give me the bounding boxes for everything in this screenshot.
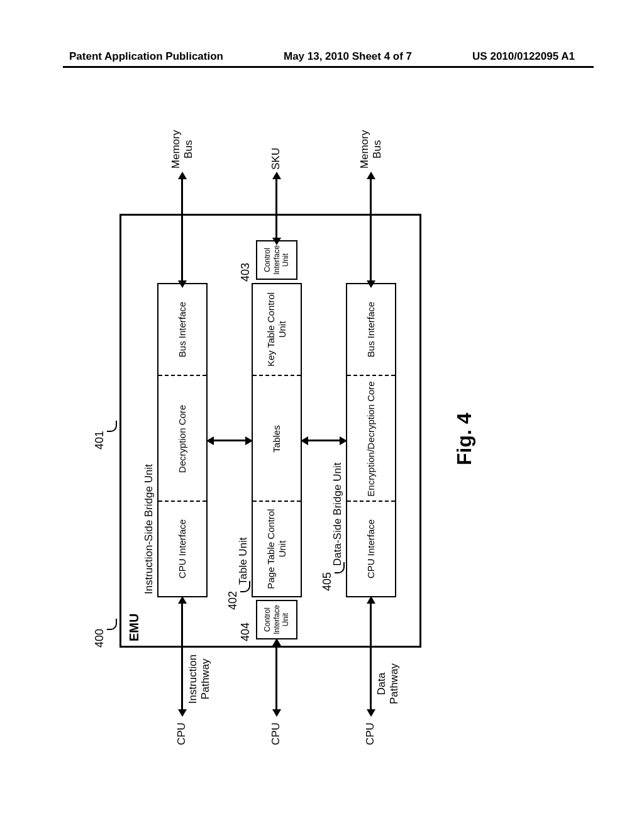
arrow-membus-top-l: [178, 280, 187, 288]
emu-label: EMU: [127, 614, 142, 641]
table-unit: Page Table Control Unit Tables Key Table…: [252, 283, 302, 597]
arrow-cpu-mid-r: [272, 638, 281, 646]
arrow-sku-l: [272, 238, 281, 245]
arrow-membus-bot: [370, 175, 372, 282]
cpu-label-1: CPU: [175, 722, 188, 745]
key-table-control-unit: Key Table Control Unit: [253, 284, 301, 375]
diagram: EMU 400 CPU Interface Decryption Core Bu…: [82, 126, 509, 742]
diagram-rotated-container: EMU 400 CPU Interface Decryption Core Bu…: [0, 220, 604, 648]
instruction-pathway-label: Instruction Pathway: [187, 651, 213, 707]
control-interface-unit-left: Control Interface Unit: [256, 600, 297, 639]
isbu-title: Instruction-Side Bridge Unit: [143, 464, 155, 594]
dsbu-div1: [347, 501, 395, 502]
header-right: US 2010/0122095 A1: [472, 50, 575, 63]
isbu-div1: [158, 501, 206, 502]
arrow-instr-l: [178, 709, 187, 717]
tu-div2: [253, 375, 301, 376]
arrow-v1: [211, 440, 248, 441]
header-rule: [63, 66, 594, 68]
arrow-membus-top-r: [178, 172, 187, 179]
dsbu-div2: [347, 375, 395, 376]
ref-400: 400: [93, 629, 106, 648]
arrow-v1-d: [245, 436, 253, 445]
ref-404: 404: [239, 622, 252, 641]
dsbu-cpu-interface: CPU Interface: [347, 502, 395, 596]
ref-402: 402: [226, 591, 240, 610]
ref-401: 401: [93, 431, 106, 450]
isbu-div2: [158, 375, 206, 376]
dsbu-bus-interface: Bus Interface: [347, 284, 395, 375]
arrow-sku: [275, 175, 277, 239]
ref-400-curve: [107, 619, 117, 630]
ciu-left-label: Control Interface Unit: [257, 601, 296, 638]
arrow-data-r: [367, 596, 375, 604]
sku-label: SKU: [270, 148, 282, 170]
data-side-bridge-unit: CPU Interface Encryption/Decryption Core…: [346, 283, 396, 597]
arrow-cpu-mid: [275, 641, 277, 711]
ref-403: 403: [239, 263, 252, 282]
control-interface-unit-right: Control Interface Unit: [256, 240, 297, 280]
isbu-cpu-interface: CPU Interface: [158, 502, 206, 596]
arrow-membus-bot-l: [367, 280, 375, 288]
ciu-right-label: Control Interface Unit: [257, 241, 296, 279]
memory-bus-label-2: Memory Bus: [358, 129, 384, 170]
arrow-v2-d: [340, 436, 347, 445]
memory-bus-label-1: Memory Bus: [170, 129, 196, 170]
arrow-membus-top: [181, 175, 183, 282]
arrow-data: [370, 599, 372, 711]
table-unit-title: Table Unit: [237, 537, 250, 585]
isbu-decryption-core: Decryption Core: [158, 377, 206, 501]
figure-label: Fig. 4: [453, 412, 476, 465]
header-left: Patent Application Publication: [69, 50, 223, 63]
arrow-sku-r: [272, 172, 281, 179]
isbu-bus-interface: Bus Interface: [158, 284, 206, 375]
arrow-data-l: [367, 709, 375, 717]
page-table-control-unit: Page Table Control Unit: [253, 502, 301, 596]
instruction-side-bridge-unit: CPU Interface Decryption Core Bus Interf…: [157, 283, 208, 597]
ref-405: 405: [321, 572, 334, 591]
arrow-v2: [305, 440, 343, 441]
dsbu-enc-dec-core: Encryption/Decryption Core: [347, 377, 395, 501]
tables-sub: Tables: [253, 377, 301, 501]
arrow-cpu-mid-l: [272, 709, 281, 717]
arrow-membus-bot-r: [367, 172, 375, 179]
cpu-label-3: CPU: [364, 722, 377, 745]
dsbu-title: Data-Side Bridge Unit: [331, 463, 344, 566]
arrow-v1-u: [206, 436, 214, 445]
tu-div1: [253, 501, 301, 502]
arrow-instr: [181, 599, 183, 711]
page-header: Patent Application Publication May 13, 2…: [0, 50, 644, 63]
ref-401-curve: [107, 421, 117, 432]
arrow-instr-r: [178, 596, 187, 604]
data-pathway-label: Data Pathway: [375, 660, 401, 707]
cpu-label-2: CPU: [270, 722, 282, 745]
arrow-v2-u: [301, 436, 308, 445]
header-center: May 13, 2010 Sheet 4 of 7: [284, 50, 412, 63]
